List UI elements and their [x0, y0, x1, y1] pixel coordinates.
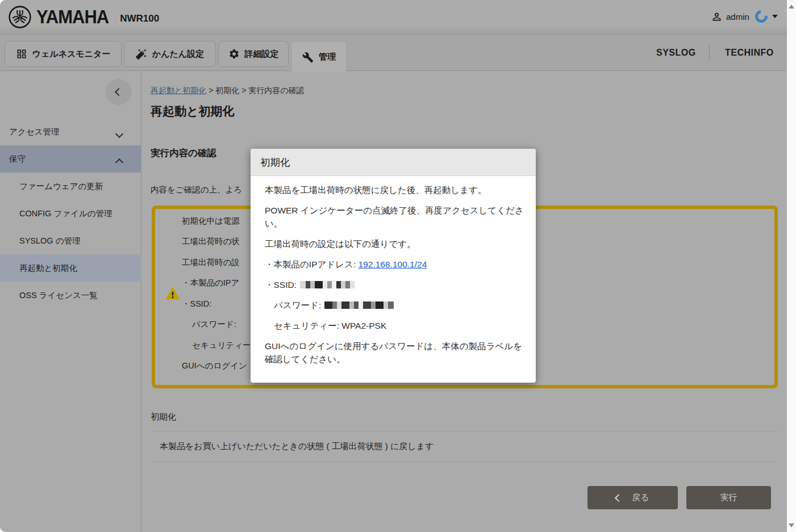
warning-line: GUIへのログイン	[182, 361, 247, 373]
username-label: admin	[726, 12, 749, 22]
sidebar-group-maintenance[interactable]: 保守	[0, 145, 141, 173]
ip-label: ・本製品のIPアドレス:	[265, 259, 359, 269]
vertical-scrollbar[interactable]	[787, 0, 796, 532]
warning-line: ・本製品のIPア	[182, 278, 239, 290]
chevron-left-icon	[615, 493, 623, 501]
user-menu[interactable]: admin	[711, 10, 778, 23]
execute-button[interactable]: 実行	[686, 486, 771, 509]
sidebar-item-label: SYSLOG の管理	[0, 236, 81, 246]
execute-button-label: 実行	[720, 492, 737, 503]
warning-line: セキュリティー	[192, 340, 251, 353]
tab-management[interactable]: 管理	[291, 41, 347, 73]
ip-address-link[interactable]: 192.168.100.1/24	[359, 259, 427, 269]
ssid-label: ・SSID:	[265, 280, 297, 290]
init-dialog-body: 本製品を工場出荷時の状態に戻した後、再起動します。 POWER インジケーターの…	[251, 176, 536, 366]
chevron-left-icon	[115, 88, 123, 96]
init-dialog-title: 初期化	[251, 156, 290, 169]
sidebar-item-firmware-update[interactable]: ファームウェアの更新	[0, 173, 141, 200]
tab-advanced-settings[interactable]: 詳細設定	[218, 41, 289, 67]
sidebar-group-label: 保守	[0, 154, 26, 165]
sidebar-item-label: CONFIG ファイルの管理	[0, 208, 112, 219]
sidebar-item-config-file[interactable]: CONFIG ファイルの管理	[0, 200, 141, 227]
main-tabbar: ウェルネスモニター かんたん設定 詳細設定 管理 SYSLOG TECHINFO	[0, 35, 796, 71]
model-name: NWR100	[120, 13, 159, 24]
magic-wand-icon	[136, 48, 147, 60]
init-dialog: 初期化 本製品を工場出荷時の状態に戻した後、再起動します。 POWER インジケ…	[251, 149, 536, 383]
sidebar-group-label: アクセス管理	[0, 127, 59, 137]
person-icon	[711, 11, 723, 23]
warning-line: 工場出荷時の設	[182, 257, 240, 270]
breadcrumb: 再起動と初期化 > 初期化 > 実行内容の確認	[151, 86, 305, 96]
password-redacted-value	[324, 301, 394, 309]
scroll-up-icon[interactable]	[789, 5, 794, 9]
scroll-down-icon[interactable]	[789, 523, 794, 527]
back-button-label: 戻る	[632, 492, 649, 503]
breadcrumb-link-restart-init[interactable]: 再起動と初期化	[151, 86, 206, 95]
divider	[151, 462, 778, 462]
dialog-text-restore: 本製品を工場出荷時の状態に戻した後、再起動します。	[265, 183, 524, 196]
sidebar-collapse-button[interactable]	[106, 79, 132, 105]
breadcrumb-rest: > 初期化 > 実行内容の確認	[206, 86, 304, 95]
init-dialog-header: 初期化	[251, 149, 536, 176]
dialog-password-row: パスワード:	[265, 299, 524, 312]
chevron-down-icon	[772, 15, 778, 18]
warning-line: パスワード:	[192, 319, 236, 332]
dialog-note: GUIへのログインに使用するパスワードは、本体の製品ラベルを確認してください。	[265, 340, 524, 366]
confirm-intro-text: 内容をご確認の上、よろ	[151, 185, 242, 195]
page-title: 再起動と初期化	[151, 103, 235, 119]
password-label: パスワード:	[274, 300, 321, 310]
sidebar-item-label: ファームウェアの更新	[0, 181, 103, 192]
warning-line: ・SSID:	[182, 299, 211, 311]
header-link-divider	[709, 44, 710, 61]
techinfo-link[interactable]: TECHINFO	[725, 48, 774, 58]
tab-wellness-monitor[interactable]: ウェルネスモニター	[5, 41, 122, 67]
section-title: 実行内容の確認	[151, 147, 216, 160]
tab-label: ウェルネスモニター	[32, 49, 111, 60]
sidebar-item-syslog[interactable]: SYSLOG の管理	[0, 227, 141, 254]
sidebar-item-label: OSS ライセンス一覧	[0, 290, 98, 301]
dialog-text-defaults: 工場出荷時の設定は以下の通りです。	[265, 237, 524, 250]
dialog-ip-row: ・本製品のIPアドレス: 192.168.100.1/24	[265, 258, 524, 271]
sidebar-item-restart-init[interactable]: 再起動と初期化	[0, 254, 141, 282]
yamaha-logo-icon	[8, 5, 32, 29]
sidebar: アクセス管理 保守 ファームウェアの更新 CONFIG ファイルの管理 SYSL…	[0, 71, 141, 532]
tab-label: かんたん設定	[152, 49, 204, 60]
brand: YAMAHA NWR100	[8, 5, 159, 29]
dialog-ssid-row: ・SSID:	[265, 278, 524, 291]
syslog-link[interactable]: SYSLOG	[656, 48, 696, 58]
app-header: YAMAHA NWR100 admin	[0, 0, 796, 35]
sidebar-group-access[interactable]: アクセス管理	[0, 118, 141, 145]
warning-line: 工場出荷時の状	[182, 236, 240, 249]
warning-line: 初期化中は電源	[182, 216, 240, 228]
back-button[interactable]: 戻る	[587, 486, 678, 509]
tab-label: 詳細設定	[245, 49, 279, 60]
brand-name: YAMAHA	[36, 6, 109, 28]
warning-icon	[165, 286, 181, 301]
divider	[151, 431, 778, 432]
ssid-redacted-value	[300, 281, 355, 288]
tab-easy-setup[interactable]: かんたん設定	[124, 41, 216, 67]
dashboard-icon	[16, 48, 27, 60]
dialog-security-row: セキュリティー: WPA2-PSK	[265, 319, 524, 332]
tab-label: 管理	[319, 52, 336, 62]
status-ring-icon	[752, 8, 770, 26]
init-section-label: 初期化	[151, 412, 176, 422]
sidebar-item-label: 再起動と初期化	[0, 263, 77, 274]
sidebar-item-oss-license[interactable]: OSS ライセンス一覧	[0, 282, 141, 309]
wrench-icon	[302, 52, 314, 63]
dialog-text-power: POWER インジケーターの点滅終了後、再度アクセスしてください。	[265, 204, 524, 230]
app-window: YAMAHA NWR100 admin ウェルネスモニター かんたん設定	[0, 0, 796, 532]
chevron-down-icon	[115, 130, 123, 138]
init-description: 本製品をお買い上げいただいたときの状態 ( 工場出荷状態 ) に戻します	[160, 441, 434, 452]
chevron-up-icon	[115, 158, 123, 166]
gear-icon	[228, 48, 240, 60]
